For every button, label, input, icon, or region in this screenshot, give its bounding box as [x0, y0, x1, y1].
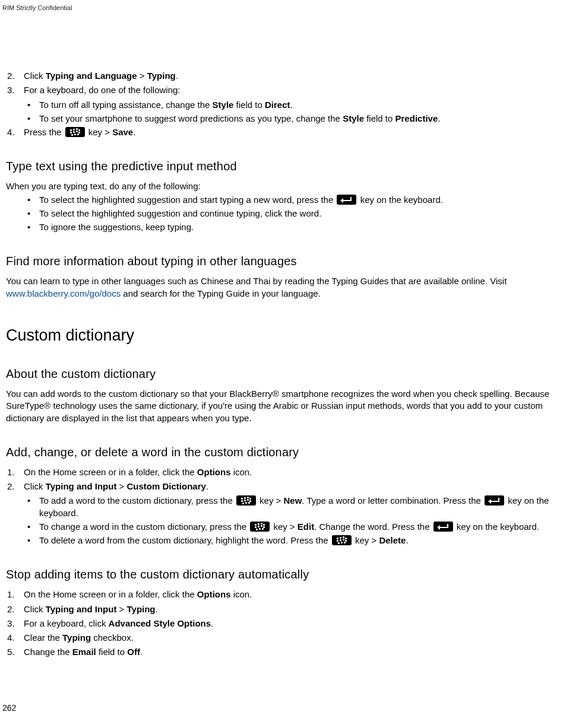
text: Press the	[24, 127, 64, 137]
list-item: • To ignore the suggestions, keep typing…	[24, 221, 570, 233]
bold-text: Options	[197, 589, 231, 599]
text: To turn off all typing assistance, chang…	[39, 100, 213, 110]
bullet-icon: •	[24, 113, 39, 125]
list-number: 2.	[6, 603, 24, 615]
text: key on the keyboard.	[357, 195, 442, 205]
enter-key-icon	[485, 495, 504, 506]
text: .	[156, 604, 158, 614]
heading-add-change-delete: Add, change, or delete a word in the cus…	[6, 444, 570, 460]
list-text: To delete a word from the custom diction…	[39, 535, 409, 546]
bold-text: Options	[197, 467, 231, 477]
bold-text: Typing	[147, 71, 176, 81]
paragraph: When you are typing text, do any of the …	[6, 180, 570, 192]
text: To delete a word from the custom diction…	[39, 535, 331, 545]
text: key >	[353, 535, 379, 545]
heading-custom-dictionary: Custom dictionary	[6, 325, 570, 346]
paragraph: You can learn to type in other languages…	[6, 275, 570, 300]
text: checkbox.	[91, 632, 134, 643]
bold-text: Typing and Input	[46, 604, 117, 614]
bullet-icon: •	[24, 194, 39, 206]
text: To select the highlighted suggestion and…	[39, 195, 336, 205]
list-text: For a keyboard, click Advanced Style Opt…	[24, 618, 570, 630]
list-number: 3.	[6, 618, 24, 630]
text: key on the keyboard.	[454, 522, 539, 532]
bullet-icon: •	[24, 221, 39, 233]
list-item: 3. For a keyboard, do one of the followi…	[6, 84, 570, 96]
list-number: 1.	[6, 589, 24, 600]
list-item: 4. Press the key > Save.	[6, 126, 570, 138]
predictive-bullets: • To select the highlighted suggestion a…	[24, 194, 570, 234]
text: key >	[257, 495, 284, 506]
bullet-icon: •	[24, 535, 39, 546]
text: You can learn to type in other languages…	[6, 276, 507, 286]
text: >	[116, 481, 126, 491]
list-item: • To turn off all typing assistance, cha…	[24, 99, 570, 111]
bold-text: Custom Dictionary	[126, 481, 205, 491]
list-text: Click Typing and Input > Custom Dictiona…	[24, 481, 570, 492]
list-item: 1. On the Home screen or in a folder, cl…	[6, 466, 570, 478]
enter-key-icon	[433, 522, 453, 532]
bold-text: Direct	[265, 100, 290, 110]
text: Change the	[24, 647, 72, 657]
text: key >	[271, 522, 298, 532]
enter-key-icon	[337, 195, 356, 205]
text: >	[137, 71, 147, 81]
list-text: Change the Email field to Off.	[24, 646, 570, 658]
page-number: 262	[2, 702, 16, 714]
bold-text: Delete	[379, 535, 406, 545]
text: . Type a word or letter combination. Pre…	[302, 495, 483, 506]
text: .	[406, 535, 408, 545]
add-steps-list: 1. On the Home screen or in a folder, cl…	[6, 466, 570, 493]
blackberry-key-icon	[65, 127, 85, 137]
bold-text: New	[284, 495, 302, 506]
text: .	[140, 647, 143, 657]
docs-link[interactable]: www.blackberry.com/go/docs	[6, 288, 121, 298]
list-item: • To add a word to the custom dictionary…	[24, 495, 570, 519]
list-item: • To select the highlighted suggestion a…	[24, 194, 570, 206]
list-text: On the Home screen or in a folder, click…	[24, 466, 570, 478]
bullet-icon: •	[24, 495, 39, 519]
text: To change a word in the custom dictionar…	[39, 522, 249, 532]
bold-text: Typing	[126, 604, 155, 614]
bold-text: Typing	[62, 632, 91, 643]
list-item: 4. Clear the Typing checkbox.	[6, 632, 570, 644]
list-text: Click Typing and Input > Typing.	[24, 603, 570, 615]
list-text: Clear the Typing checkbox.	[24, 632, 570, 644]
bold-text: Typing and Language	[46, 71, 137, 81]
list-item: • To change a word in the custom diction…	[24, 521, 570, 533]
list-item: 5. Change the Email field to Off.	[6, 646, 570, 658]
text: Click	[24, 481, 46, 491]
list-text: To change a word in the custom dictionar…	[39, 521, 539, 533]
text: Click	[24, 71, 46, 81]
text: icon.	[230, 467, 252, 477]
text: icon.	[230, 589, 252, 599]
add-bullets: • To add a word to the custom dictionary…	[24, 495, 570, 546]
blackberry-key-icon	[250, 522, 270, 532]
text: To set your smartphone to suggest word p…	[39, 113, 343, 123]
list-text: To select the highlighted suggestion and…	[39, 208, 321, 220]
bullet-icon: •	[24, 208, 39, 220]
list-text: Press the key > Save.	[24, 126, 570, 138]
list-number: 4.	[6, 632, 24, 644]
text: Click	[24, 604, 46, 614]
bullet-icon: •	[24, 99, 39, 111]
stop-steps-list: 1. On the Home screen or in a folder, cl…	[6, 589, 570, 658]
bold-text: Typing and Input	[46, 481, 117, 491]
steps-list-top-cont: 4. Press the key > Save.	[6, 126, 570, 138]
list-item: • To set your smartphone to suggest word…	[24, 113, 570, 125]
text: key >	[86, 127, 113, 137]
text: To add a word to the custom dictionary, …	[39, 495, 235, 506]
heading-stop-adding: Stop adding items to the custom dictiona…	[6, 567, 570, 583]
list-number: 5.	[6, 646, 24, 658]
bold-text: Predictive	[395, 113, 438, 123]
blackberry-key-icon	[332, 535, 352, 545]
blackberry-key-icon	[236, 495, 256, 506]
list-item: • To select the highlighted suggestion a…	[24, 208, 570, 220]
page-content: 2. Click Typing and Language > Typing. 3…	[0, 0, 576, 659]
text: .	[290, 100, 293, 110]
list-text: For a keyboard, do one of the following:	[24, 84, 570, 96]
list-text: To ignore the suggestions, keep typing.	[39, 221, 194, 233]
list-text: On the Home screen or in a folder, click…	[24, 589, 570, 600]
bold-text: Email	[72, 647, 96, 657]
list-item: 2. Click Typing and Input > Custom Dicti…	[6, 481, 570, 492]
